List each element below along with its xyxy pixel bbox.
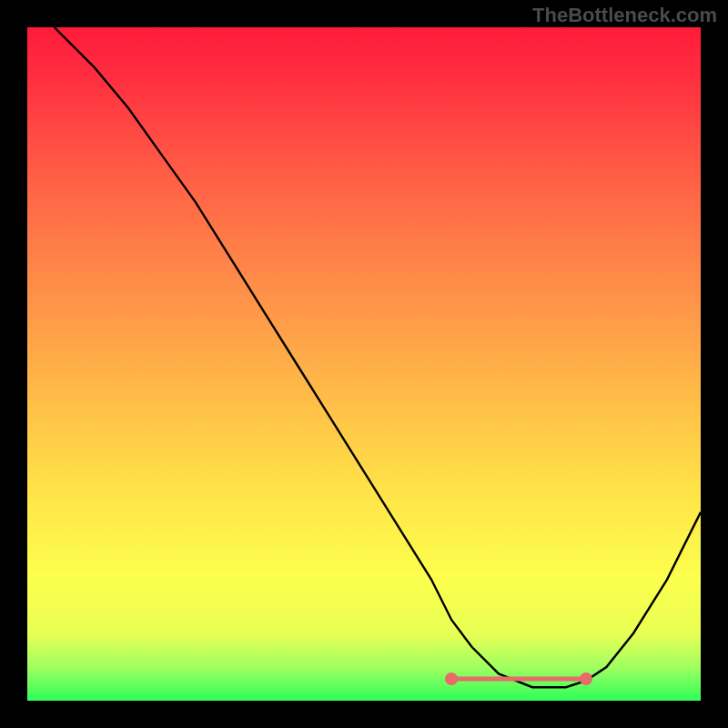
curve-marker-0 bbox=[445, 672, 458, 685]
curve-marker-1 bbox=[580, 672, 592, 685]
flat-band bbox=[451, 677, 586, 682]
watermark-text: TheBottleneck.com bbox=[532, 4, 717, 27]
curve-svg bbox=[27, 27, 701, 701]
plot-area bbox=[27, 27, 701, 701]
bottleneck-curve bbox=[55, 27, 701, 687]
